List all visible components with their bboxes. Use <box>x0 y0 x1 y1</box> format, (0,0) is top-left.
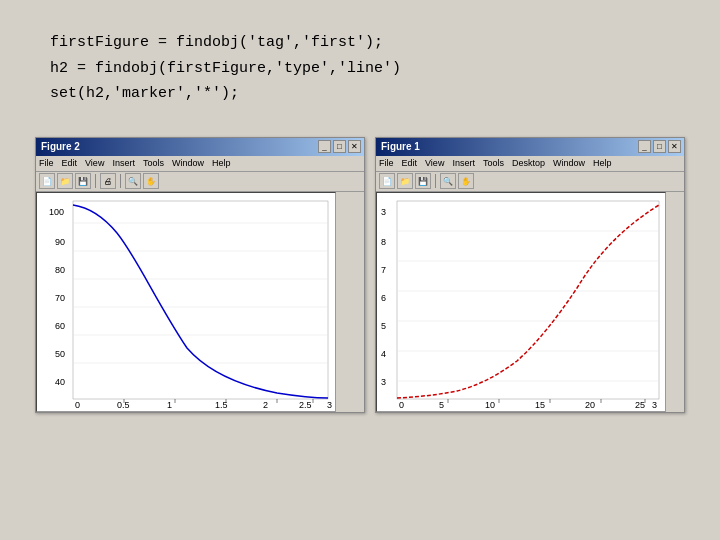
svg-rect-14 <box>73 201 328 399</box>
svg-text:80: 80 <box>55 265 65 275</box>
menu1-view[interactable]: View <box>425 158 444 168</box>
menu1-tools[interactable]: Tools <box>483 158 504 168</box>
menu-file[interactable]: File <box>39 158 54 168</box>
svg-text:3: 3 <box>381 377 386 387</box>
figure-1-menubar: File Edit View Insert Tools Desktop Wind… <box>376 156 684 172</box>
menu1-insert[interactable]: Insert <box>452 158 475 168</box>
toolbar-zoom-in[interactable]: 🔍 <box>125 173 141 189</box>
figure-2-menubar: File Edit View Insert Tools Window Help <box>36 156 364 172</box>
menu-edit[interactable]: Edit <box>62 158 78 168</box>
svg-text:0.5: 0.5 <box>117 400 130 410</box>
svg-text:25: 25 <box>635 400 645 410</box>
svg-text:7: 7 <box>381 265 386 275</box>
svg-text:1: 1 <box>167 400 172 410</box>
figure-1-controls[interactable]: _ □ ✕ <box>638 140 681 153</box>
menu1-file[interactable]: File <box>379 158 394 168</box>
toolbar1-zoom[interactable]: 🔍 <box>440 173 456 189</box>
toolbar-save[interactable]: 💾 <box>75 173 91 189</box>
svg-text:3: 3 <box>652 400 657 410</box>
svg-text:5: 5 <box>381 321 386 331</box>
figure-2-titlebar: Figure 2 _ □ ✕ <box>36 138 364 156</box>
figure-2-title: Figure 2 <box>39 141 80 152</box>
svg-text:70: 70 <box>55 293 65 303</box>
toolbar1-save[interactable]: 💾 <box>415 173 431 189</box>
code-line-3: set(h2,'marker','*'); <box>50 81 670 107</box>
toolbar-sep-2 <box>120 174 121 188</box>
menu1-help[interactable]: Help <box>593 158 612 168</box>
svg-text:3: 3 <box>381 207 386 217</box>
maximize-button-1[interactable]: □ <box>653 140 666 153</box>
figure-1-toolbar: 📄 📁 💾 🔍 ✋ <box>376 172 684 192</box>
svg-text:0: 0 <box>75 400 80 410</box>
toolbar1-sep-1 <box>435 174 436 188</box>
figure-1-titlebar: Figure 1 _ □ ✕ <box>376 138 684 156</box>
menu-view[interactable]: View <box>85 158 104 168</box>
menu1-desktop[interactable]: Desktop <box>512 158 545 168</box>
figures-area: Figure 2 _ □ ✕ File Edit View Insert Too… <box>0 127 720 423</box>
svg-text:6: 6 <box>381 293 386 303</box>
code-line-1: firstFigure = findobj('tag','first'); <box>50 30 670 56</box>
svg-text:40: 40 <box>55 377 65 387</box>
toolbar1-open[interactable]: 📁 <box>397 173 413 189</box>
minimize-button[interactable]: _ <box>318 140 331 153</box>
code-line-2: h2 = findobj(firstFigure,'type','line') <box>50 56 670 82</box>
code-area: firstFigure = findobj('tag','first'); h2… <box>0 0 720 127</box>
toolbar-new[interactable]: 📄 <box>39 173 55 189</box>
svg-text:90: 90 <box>55 237 65 247</box>
svg-text:10: 10 <box>485 400 495 410</box>
figure-1-title: Figure 1 <box>379 141 420 152</box>
svg-text:60: 60 <box>55 321 65 331</box>
toolbar-open[interactable]: 📁 <box>57 173 73 189</box>
toolbar1-pan[interactable]: ✋ <box>458 173 474 189</box>
minimize-button-1[interactable]: _ <box>638 140 651 153</box>
svg-text:2.5: 2.5 <box>299 400 312 410</box>
menu1-window[interactable]: Window <box>553 158 585 168</box>
svg-text:8: 8 <box>381 237 386 247</box>
svg-text:20: 20 <box>585 400 595 410</box>
toolbar1-new[interactable]: 📄 <box>379 173 395 189</box>
figure-2-window: Figure 2 _ □ ✕ File Edit View Insert Too… <box>35 137 365 413</box>
figure-2-controls[interactable]: _ □ ✕ <box>318 140 361 153</box>
menu-help[interactable]: Help <box>212 158 231 168</box>
menu-window[interactable]: Window <box>172 158 204 168</box>
svg-text:4: 4 <box>381 349 386 359</box>
menu-insert[interactable]: Insert <box>112 158 135 168</box>
toolbar-sep-1 <box>95 174 96 188</box>
svg-text:15: 15 <box>535 400 545 410</box>
svg-rect-40 <box>397 201 659 399</box>
menu-tools[interactable]: Tools <box>143 158 164 168</box>
svg-text:50: 50 <box>55 349 65 359</box>
svg-text:2: 2 <box>263 400 268 410</box>
menu1-edit[interactable]: Edit <box>402 158 418 168</box>
figure-1-window: Figure 1 _ □ ✕ File Edit View Insert Too… <box>375 137 685 413</box>
close-button[interactable]: ✕ <box>348 140 361 153</box>
toolbar-pan[interactable]: ✋ <box>143 173 159 189</box>
figure-2-plot: 100 90 80 70 60 50 40 0 0.5 1 1.5 2 2.5 … <box>36 192 336 412</box>
svg-text:100: 100 <box>49 207 64 217</box>
svg-text:5: 5 <box>439 400 444 410</box>
svg-text:1.5: 1.5 <box>215 400 228 410</box>
figure-2-toolbar: 📄 📁 💾 🖨 🔍 ✋ <box>36 172 364 192</box>
figure-1-plot: 3 8 7 6 5 4 3 0 5 10 15 20 25 3 <box>376 192 666 412</box>
maximize-button[interactable]: □ <box>333 140 346 153</box>
svg-text:3: 3 <box>327 400 332 410</box>
close-button-1[interactable]: ✕ <box>668 140 681 153</box>
toolbar-print[interactable]: 🖨 <box>100 173 116 189</box>
svg-text:0: 0 <box>399 400 404 410</box>
